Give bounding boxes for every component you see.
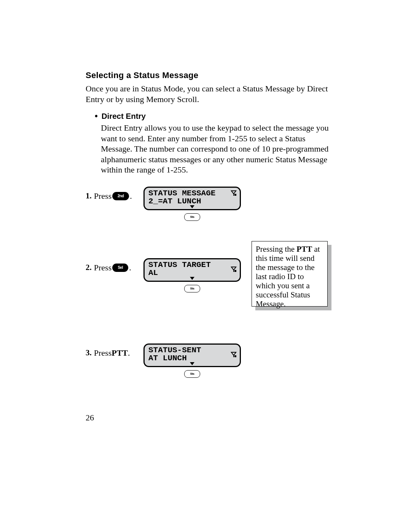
lcd-3-line-2: AT LUNCH [148, 354, 241, 362]
svg-rect-2 [234, 194, 236, 196]
step-3: 3. Press PTT. STATUS-SENT AT LUNCH Sts [86, 343, 331, 378]
bullet-body: Direct Entry allows you to use the keypa… [101, 123, 331, 175]
down-arrow-icon [190, 362, 194, 365]
antenna-icon [231, 190, 237, 196]
step-1-instruction: 1. Press 2nd . [86, 187, 139, 201]
step-1-number: 1. [86, 191, 92, 201]
step-1-display-group: STATUS MESSAGE 2_=AT LUNCH Sts [139, 187, 245, 221]
step-2: 2. Press Sel . STATUS TARGET AL Sts [86, 258, 331, 292]
step-3-ptt: PTT [112, 348, 128, 358]
ptt-note-container: Pressing the PTT at this time will send … [252, 241, 328, 307]
sts-button-icon: Sts [184, 285, 200, 292]
step-2-number: 2. [86, 263, 92, 272]
page-number: 26 [86, 413, 94, 423]
step-1: 1. Press 2nd . STATUS MESSAGE 2_=AT LUNC… [86, 187, 331, 221]
second-function-button-icon: 2nd [112, 192, 129, 200]
step-2-instruction: 2. Press Sel . [86, 258, 139, 273]
lcd-2-line-1: STATUS TARGET [148, 261, 241, 269]
down-arrow-icon [190, 277, 194, 280]
step-3-prefix: Press [94, 348, 112, 358]
down-arrow-icon [190, 205, 194, 208]
svg-marker-7 [190, 277, 194, 280]
note-text-1: Pressing the [256, 244, 296, 254]
sts-button-below-3: Sts [183, 370, 201, 378]
step-2-prefix: Press [94, 263, 112, 273]
bullet-marker: • [95, 111, 98, 121]
note-ptt-bold: PTT [296, 244, 312, 254]
step-1-prefix: Press [94, 191, 112, 201]
sts-button-below-2: Sts [183, 285, 201, 292]
lcd-3-line-1: STATUS-SENT [148, 346, 241, 354]
step-3-suffix: . [128, 348, 130, 358]
sts-button-icon: Sts [184, 370, 200, 378]
step-2-display-group: STATUS TARGET AL Sts [139, 258, 245, 292]
bullet-item: • Direct Entry [95, 111, 331, 121]
step-2-suffix: . [129, 263, 131, 273]
svg-rect-10 [234, 355, 236, 357]
document-page: Selecting a Status Message Once you are … [0, 0, 411, 532]
antenna-icon [231, 266, 237, 272]
step-3-display-group: STATUS-SENT AT LUNCH Sts [139, 343, 245, 378]
svg-marker-3 [190, 205, 194, 208]
lcd-1-line-1: STATUS MESSAGE [148, 189, 241, 197]
svg-rect-6 [234, 270, 236, 272]
bullet-label: Direct Entry [102, 112, 146, 121]
note-text-2: at this time will send the message to th… [256, 244, 320, 309]
lcd-screen-3: STATUS-SENT AT LUNCH [143, 343, 241, 367]
section-heading: Selecting a Status Message [86, 70, 331, 80]
sts-button-icon: Sts [184, 213, 200, 221]
svg-marker-11 [190, 362, 194, 365]
lcd-screen-1: STATUS MESSAGE 2_=AT LUNCH [143, 187, 241, 210]
lcd-1-line-2: 2_=AT LUNCH [148, 197, 241, 205]
antenna-icon [231, 351, 237, 358]
sts-button-below-1: Sts [183, 213, 201, 221]
ptt-note-box: Pressing the PTT at this time will send … [252, 241, 328, 307]
step-3-number: 3. [86, 348, 92, 358]
lcd-screen-2: STATUS TARGET AL [143, 258, 241, 282]
steps-list: 1. Press 2nd . STATUS MESSAGE 2_=AT LUNC… [86, 187, 331, 378]
step-3-instruction: 3. Press PTT. [86, 343, 139, 358]
select-button-icon: Sel [112, 264, 128, 272]
intro-paragraph: Once you are in Status Mode, you can sel… [86, 83, 331, 104]
step-1-suffix: . [130, 191, 132, 201]
lcd-2-line-2: AL [148, 269, 241, 277]
